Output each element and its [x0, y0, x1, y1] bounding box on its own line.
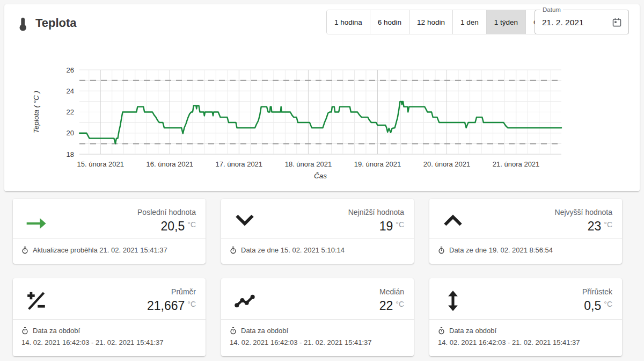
range-button-1-tyden[interactable]: 1 týden: [487, 10, 526, 34]
card-divider: [13, 239, 206, 239]
svg-text:18: 18: [67, 150, 74, 158]
chart-panel: Teplota 1 hodina 6 hodin 12 hodin 1 den …: [4, 4, 640, 191]
svg-text:22: 22: [67, 108, 74, 116]
card-last-value: Poslední hodnota 20,5 °C Aktualizace pro…: [13, 199, 206, 264]
value-number: 23: [588, 219, 602, 234]
card-divider: [221, 319, 414, 320]
date-field-label: Datum: [540, 6, 563, 13]
timeline-icon: [233, 289, 257, 313]
footer-text: Aktualizace proběhla 21. 02. 2021 15:41:…: [33, 246, 167, 254]
date-field-value: 21. 2. 2021: [542, 18, 584, 27]
card-value: 22 °C: [379, 299, 404, 313]
card-value: 20,5 °C: [161, 219, 196, 234]
card-footer: Data ze dne 19. 02. 2021 8:56:54: [438, 246, 553, 254]
value-unit: °C: [396, 220, 404, 229]
card-divider: [13, 319, 206, 320]
card-value: 21,667 °C: [147, 299, 196, 313]
calendar-icon[interactable]: [612, 17, 622, 27]
footer-period: 14. 02. 2021 16:42:03 - 21. 02. 2021 15:…: [230, 338, 372, 346]
svg-text:15. února 2021: 15. února 2021: [77, 160, 123, 168]
arrow-right-icon: [25, 212, 48, 235]
card-footer: Data za období: [21, 327, 80, 335]
card-label: Nejvyšší hodnota: [555, 208, 612, 216]
card-average: Průměr 21,667 °C Data za období 14. 02. …: [13, 278, 206, 356]
stopwatch-icon: [21, 327, 28, 335]
stopwatch-icon: [438, 247, 445, 254]
footer-text: Data za období: [33, 327, 80, 335]
value-number: 19: [379, 219, 393, 234]
value-unit: °C: [604, 220, 612, 229]
card-max-value: Nejvyšší hodnota 23 °C Data ze dne 19. 0…: [429, 199, 622, 264]
card-value: 0,5 °C: [584, 299, 612, 313]
range-button-6-hodin[interactable]: 6 hodin: [370, 10, 409, 34]
card-label: Přírůstek: [582, 287, 612, 296]
card-min-value: Nejnižší hodnota 19 °C Data ze dne 15. 0…: [221, 199, 414, 264]
card-label: Poslední hodnota: [137, 208, 196, 216]
value-unit: °C: [604, 300, 612, 308]
card-value: 19 °C: [379, 219, 404, 234]
svg-text:21. února 2021: 21. února 2021: [493, 160, 539, 168]
card-label: Medián: [379, 287, 404, 296]
page-title: Teplota: [35, 16, 77, 30]
card-label: Nejnižší hodnota: [348, 208, 404, 216]
thermometer-icon: [16, 16, 31, 31]
card-divider: [429, 239, 622, 239]
svg-text:19. února 2021: 19. února 2021: [354, 160, 401, 168]
range-button-1-hodina[interactable]: 1 hodina: [327, 10, 370, 34]
range-button-group: 1 hodina 6 hodin 12 hodin 1 den 1 týden …: [326, 10, 567, 34]
stopwatch-icon: [438, 327, 445, 335]
temperature-chart: 182022242615. února 202116. února 202117…: [4, 58, 640, 187]
footer-text: Data za období: [449, 327, 496, 335]
card-footer: Data ze dne 15. 02. 2021 5:10:14: [230, 246, 345, 254]
svg-text:24: 24: [67, 87, 74, 95]
chevron-up-icon: [441, 208, 465, 232]
stopwatch-icon: [230, 247, 237, 254]
range-button-12-hodin[interactable]: 12 hodin: [409, 10, 453, 34]
value-unit: °C: [396, 300, 404, 308]
value-unit: °C: [187, 220, 196, 229]
chevron-down-icon: [233, 208, 257, 232]
range-button-1-den[interactable]: 1 den: [453, 10, 487, 34]
svg-text:16. února 2021: 16. února 2021: [147, 160, 193, 168]
card-value: 23 °C: [588, 219, 612, 234]
footer-period: 14. 02. 2021 16:42:03 - 21. 02. 2021 15:…: [438, 338, 580, 346]
svg-text:26: 26: [67, 66, 74, 74]
card-footer: Aktualizace proběhla 21. 02. 2021 15:41:…: [21, 246, 167, 254]
card-divider: [221, 239, 414, 239]
footer-text: Data ze dne 19. 02. 2021 8:56:54: [449, 246, 553, 254]
value-unit: °C: [187, 300, 196, 308]
svg-text:18. února 2021: 18. února 2021: [285, 160, 332, 168]
footer-text: Data za období: [241, 327, 288, 335]
value-number: 20,5: [161, 219, 185, 234]
svg-text:17. února 2021: 17. února 2021: [216, 160, 262, 168]
svg-text:Teplota ( °C ): Teplota ( °C ): [32, 91, 40, 133]
card-divider: [429, 319, 622, 320]
card-footer: Data za období: [438, 327, 496, 335]
card-increment: Přírůstek 0,5 °C Data za období 14. 02. …: [429, 278, 622, 356]
value-number: 22: [379, 299, 393, 313]
date-field[interactable]: Datum 21. 2. 2021: [535, 10, 629, 34]
footer-text: Data ze dne 15. 02. 2021 5:10:14: [241, 246, 345, 254]
svg-text:Čas: Čas: [314, 172, 327, 180]
arrows-up-down-icon: [441, 289, 465, 313]
card-label: Průměr: [171, 287, 196, 296]
value-number: 0,5: [584, 299, 601, 313]
plus-minus-icon: [25, 289, 48, 313]
footer-period: 14. 02. 2021 16:42:03 - 21. 02. 2021 15:…: [21, 338, 164, 346]
svg-text:20. února 2021: 20. února 2021: [423, 160, 470, 168]
value-number: 21,667: [147, 299, 185, 313]
stopwatch-icon: [230, 327, 237, 335]
card-footer: Data za období: [230, 327, 288, 335]
stopwatch-icon: [21, 247, 28, 254]
card-median: Medián 22 °C Data za období 14. 02. 2021…: [221, 278, 414, 356]
svg-text:20: 20: [67, 129, 74, 137]
